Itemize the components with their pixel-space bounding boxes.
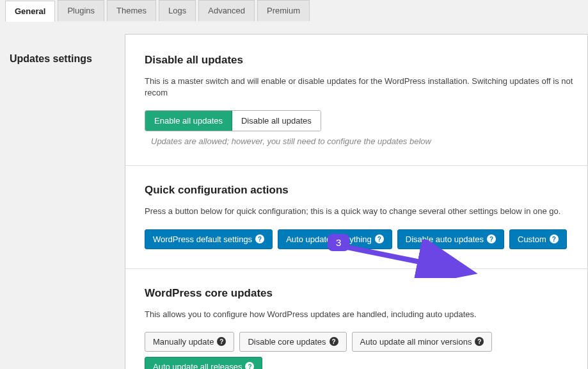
section-quick-config: Quick configuration actions Press a butt… bbox=[125, 184, 587, 268]
content-panel: Disable all updates This is a master swi… bbox=[125, 34, 588, 369]
auto-update-all-releases-button[interactable]: Auto update all releases ? bbox=[145, 357, 262, 369]
help-icon: ? bbox=[255, 234, 264, 243]
help-icon: ? bbox=[245, 362, 254, 369]
tab-general[interactable]: General bbox=[5, 1, 55, 22]
help-icon: ? bbox=[475, 337, 484, 346]
tab-advanced[interactable]: Advanced bbox=[198, 0, 255, 21]
help-icon: ? bbox=[330, 337, 338, 346]
enable-all-updates-button[interactable]: Enable all updates bbox=[145, 111, 232, 131]
section-title: WordPress core updates bbox=[145, 287, 587, 300]
section-title: Disable all updates bbox=[145, 54, 587, 67]
help-icon: ? bbox=[487, 234, 496, 243]
help-icon: ? bbox=[375, 234, 384, 243]
section-desc: This is a master switch and will enable … bbox=[145, 76, 587, 99]
sidebar: Updates settings bbox=[10, 34, 125, 369]
disable-all-updates-button[interactable]: Disable all updates bbox=[232, 111, 321, 131]
disable-core-updates-button[interactable]: Disable core updates ? bbox=[239, 332, 346, 352]
auto-update-minor-button[interactable]: Auto update all minor versions ? bbox=[352, 332, 493, 352]
help-icon: ? bbox=[550, 234, 559, 243]
manually-update-button[interactable]: Manually update ? bbox=[145, 332, 234, 352]
custom-button[interactable]: Custom ? bbox=[509, 229, 567, 249]
section-disable-updates: Disable all updates This is a master swi… bbox=[125, 54, 587, 166]
section-desc: Press a button below for quick configura… bbox=[145, 206, 587, 217]
step-badge: 3 bbox=[328, 234, 349, 251]
section-desc: This allows you to configure how WordPre… bbox=[145, 309, 587, 320]
section-title: Quick configuration actions bbox=[145, 184, 587, 197]
wp-default-settings-button[interactable]: WordPress default settings ? bbox=[145, 229, 273, 249]
disable-auto-updates-button[interactable]: Disable auto updates ? bbox=[397, 229, 504, 249]
tabs-bar: General Plugins Themes Logs Advanced Pre… bbox=[0, 0, 588, 21]
tab-logs[interactable]: Logs bbox=[159, 0, 196, 21]
updates-toggle-group: Enable all updates Disable all updates bbox=[145, 110, 321, 131]
help-icon: ? bbox=[217, 337, 226, 346]
tab-plugins[interactable]: Plugins bbox=[58, 0, 104, 21]
sidebar-title: Updates settings bbox=[10, 53, 125, 65]
tab-themes[interactable]: Themes bbox=[107, 0, 156, 21]
section-core-updates: WordPress core updates This allows you t… bbox=[125, 287, 587, 369]
tab-premium[interactable]: Premium bbox=[257, 0, 310, 21]
updates-note: Updates are allowed; however, you still … bbox=[151, 136, 431, 146]
